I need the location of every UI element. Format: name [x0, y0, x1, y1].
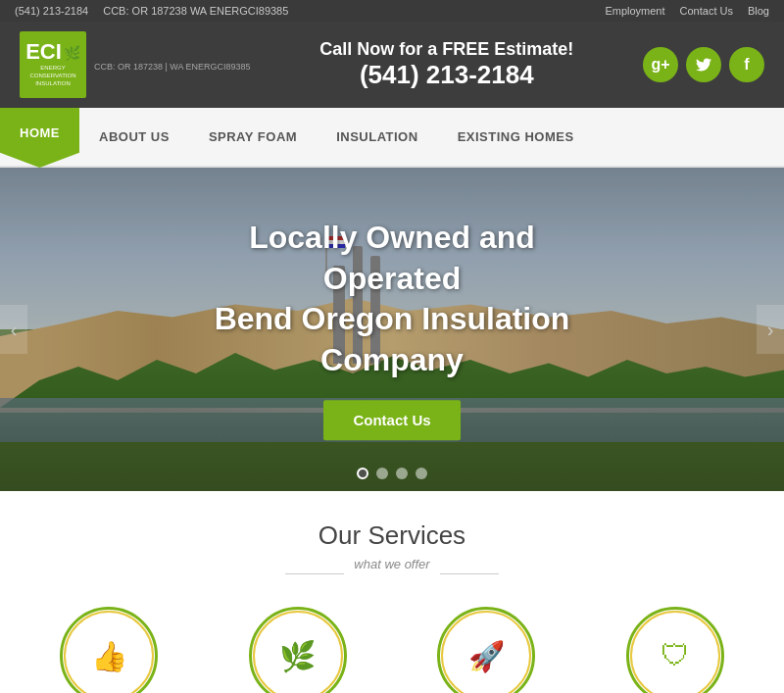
main-nav: HOME ABOUT US SPRAY FOAM INSULATION EXIS…: [0, 108, 784, 168]
logo-text: ENERGYCONSERVATIONINSULATION: [29, 65, 75, 87]
carousel-dot-1[interactable]: [357, 468, 368, 479]
carousel-next-button[interactable]: ›: [757, 305, 784, 354]
carousel-dot-3[interactable]: [396, 468, 408, 479]
services-section: Our Services what we offer 👍 Spray Foam …: [0, 491, 784, 693]
top-bar: (541) 213-2184 CCB: OR 187238 WA ENERGCI…: [0, 0, 784, 22]
divider-line-left: [285, 573, 344, 574]
spray-foam-icon: 👍: [91, 639, 127, 673]
logo-box: ECI 🌿 ENERGYCONSERVATIONINSULATION: [20, 31, 86, 98]
services-divider: what we offer: [20, 557, 764, 591]
header-center: Call Now for a FREE Estimate! (541) 213-…: [319, 39, 573, 90]
social-icons: g+ f: [643, 47, 764, 82]
services-title: Our Services: [20, 520, 764, 551]
carousel-prev-button[interactable]: ‹: [0, 305, 27, 354]
logo-leaf-icon: 🌿: [64, 45, 80, 61]
service-cellulose: 🚀 Cellulose: [397, 607, 576, 693]
hero-cta-button[interactable]: Contact Us: [323, 401, 460, 441]
logo-letters: ECI: [25, 41, 62, 63]
service-coatings-circle: 🛡: [626, 607, 724, 693]
top-bar-right: Employment Contact Us Blog: [605, 5, 769, 17]
top-bar-license: CCB: OR 187238 WA ENERGCI89385: [103, 5, 288, 17]
carousel-dot-2[interactable]: [376, 468, 388, 479]
divider-line-right: [440, 573, 499, 574]
twitter-icon[interactable]: [686, 47, 721, 82]
service-coatings: 🛡 Coatings: [586, 607, 765, 693]
hero-content: Locally Owned and Operated Bend Oregon I…: [196, 218, 588, 440]
carousel-dots: [357, 468, 427, 479]
service-eco-batts-circle: 🌿: [249, 607, 347, 693]
cellulose-icon: 🚀: [468, 639, 505, 673]
services-subtitle: what we offer: [354, 557, 429, 571]
coatings-icon: 🛡: [661, 639, 690, 672]
hero-title: Locally Owned and Operated Bend Oregon I…: [196, 218, 588, 380]
facebook-icon[interactable]: f: [729, 47, 764, 82]
header: ECI 🌿 ENERGYCONSERVATIONINSULATION CCB: …: [0, 22, 784, 108]
nav-spray-foam[interactable]: SPRAY FOAM: [189, 108, 317, 166]
service-cellulose-circle: 🚀: [437, 607, 535, 693]
carousel-dot-4[interactable]: [416, 468, 427, 479]
employment-link[interactable]: Employment: [605, 5, 664, 17]
eco-batts-icon: 🌿: [279, 639, 316, 673]
service-spray-foam: 👍 Spray Foam: [20, 607, 199, 693]
contact-link[interactable]: Contact Us: [680, 5, 733, 17]
header-phone[interactable]: (541) 213-2184: [319, 60, 573, 90]
top-bar-left: (541) 213-2184 CCB: OR 187238 WA ENERGCI…: [15, 5, 288, 17]
service-eco-batts: 🌿 Eco Batts: [209, 607, 388, 693]
nav-insulation[interactable]: INSULATION: [317, 108, 437, 166]
services-grid: 👍 Spray Foam 🌿 Eco Batts 🚀 Cellulose 🛡 C…: [20, 597, 764, 693]
nav-about[interactable]: ABOUT US: [79, 108, 189, 166]
logo-area: ECI 🌿 ENERGYCONSERVATIONINSULATION CCB: …: [20, 31, 251, 98]
service-spray-foam-circle: 👍: [60, 607, 158, 693]
google-plus-icon[interactable]: g+: [643, 47, 678, 82]
nav-existing-homes[interactable]: EXISTING HOMES: [438, 108, 594, 166]
top-bar-phone: (541) 213-2184: [15, 5, 88, 17]
hero-section: Locally Owned and Operated Bend Oregon I…: [0, 168, 784, 491]
blog-link[interactable]: Blog: [748, 5, 769, 17]
header-cta: Call Now for a FREE Estimate!: [319, 39, 573, 60]
logo-ccb: CCB: OR 187238 | WA ENERGCI89385: [94, 58, 251, 72]
nav-home[interactable]: HOME: [0, 108, 79, 168]
